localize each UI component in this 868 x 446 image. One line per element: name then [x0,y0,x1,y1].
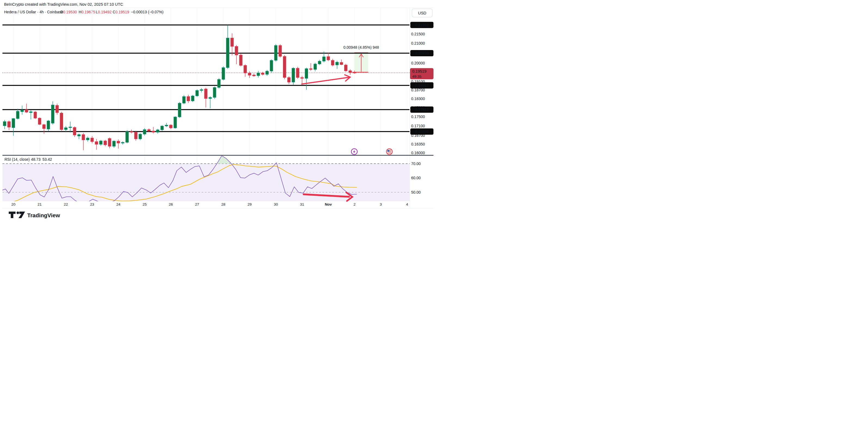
candle [178,102,181,118]
candle-body [178,103,181,117]
candle-body [209,97,212,98]
price-tick-label: 0.21000 [411,41,425,45]
candle-body [226,38,229,68]
measurement-box-group[interactable] [352,53,368,72]
time-axis-label[interactable]: 28 [221,202,225,206]
candle-body [213,88,216,98]
candle-body [292,68,295,82]
candle-body [38,118,41,124]
candle-body [156,130,159,132]
time-axis-label[interactable]: 3 [380,202,382,206]
candle-body [108,138,111,146]
candle-body [301,77,304,78]
time-axis-label[interactable]: 31 [300,202,304,206]
current-price-countdown: 49:35 [412,74,422,78]
candle [270,59,273,73]
candle-body [143,129,146,134]
candle-body [117,141,120,143]
watermark-attribution: BeInCrypto created with TradingView.com,… [4,2,123,6]
candle-body [296,68,299,77]
time-axis-label[interactable]: 25 [143,202,147,206]
time-axis-label[interactable]: 22 [64,202,68,206]
ohlc-high: H0.19675 [79,10,95,14]
price-tick-label: 0.17100 [411,124,425,128]
candle-body [42,125,45,129]
candle-body [244,65,247,73]
rsi-tick-label: 60.00 [411,176,421,180]
candle-body [152,131,155,132]
price-level-badge: 0.20493 [410,50,433,56]
us-flag-glyph [388,150,392,153]
candle-body [248,73,251,75]
time-axis-label[interactable]: 20 [11,202,16,206]
price-tick-label: 0.16000 [411,151,425,155]
candle [196,90,198,97]
candle [240,54,243,66]
candle-body [314,64,317,69]
candle [283,55,286,79]
candle-body [47,121,50,129]
ohlc-change: −0.00013 (−0.07%) [131,10,163,14]
price-level-badge-label: 0.17812 [415,107,429,112]
price-level-badge: 0.18917 [410,82,433,88]
candle-body [200,90,203,90]
candle-body [12,119,15,128]
time-axis-label[interactable]: 29 [248,202,252,206]
candle-body [257,73,260,75]
rsi-title[interactable]: RSI (14, close) [5,157,30,162]
candle-body [231,38,234,46]
candle-body [104,141,107,145]
currency-button-label: USD [418,11,426,15]
candle-body [160,126,163,130]
candle-body [270,60,273,71]
rsi-legend: RSI (14, close) 48.73 53.42 [5,157,52,162]
candle [34,111,36,119]
ohlc-low: L0.19492 [96,10,112,14]
us-flag-event-icon[interactable] [386,149,392,155]
candle-body [73,128,76,135]
candle-body [25,109,28,112]
time-axis-label[interactable]: 23 [90,202,94,206]
currency-button[interactable]: USD [412,9,432,17]
rsi-value-main: 48.73 [31,157,40,162]
price-tick-label: 0.18300 [411,97,425,101]
candle [344,64,347,71]
candle-body [134,132,137,139]
candle-body [327,57,330,60]
candle-body [113,141,116,146]
price-level-badge-label: 0.18917 [415,83,429,88]
time-axis-label[interactable]: 24 [116,202,121,206]
candle-body [64,128,67,129]
candle [38,118,41,125]
candle-body [69,127,72,128]
candle-body [252,75,255,76]
candle-body [165,125,168,126]
time-axis-label[interactable]: 26 [169,202,173,206]
candle-body [336,62,339,65]
time-axis-label[interactable]: 30 [274,202,278,206]
price-tick-label: 0.17500 [411,115,425,119]
candle-body [95,142,98,145]
symbol-title[interactable]: Hedera / US Dollar · 4h · Coinbase [4,10,63,14]
candle-body [8,122,10,127]
price-tick-label: 0.20000 [411,61,425,65]
candle-body [60,113,63,130]
price-level-badge: 0.16866 [410,128,433,135]
time-axis-label[interactable]: 27 [195,202,199,206]
candle-body [331,60,334,65]
candle [60,112,63,131]
time-axis-label[interactable]: Nov [325,202,332,206]
time-axis-label[interactable]: 4 [406,202,408,206]
candle-body [240,55,243,65]
candle-body [353,72,356,73]
candle-body [344,65,347,71]
lightning-event-icon[interactable] [351,149,357,155]
price-level-badge-label: 0.21982 [415,23,429,27]
candle [191,95,194,102]
time-axis-label[interactable]: 2 [353,202,355,206]
rsi-value-ma: 53.42 [42,157,52,162]
candle-body [34,112,36,118]
candle-body [261,73,264,74]
time-axis-label[interactable]: 21 [37,202,42,206]
candle [279,44,282,58]
